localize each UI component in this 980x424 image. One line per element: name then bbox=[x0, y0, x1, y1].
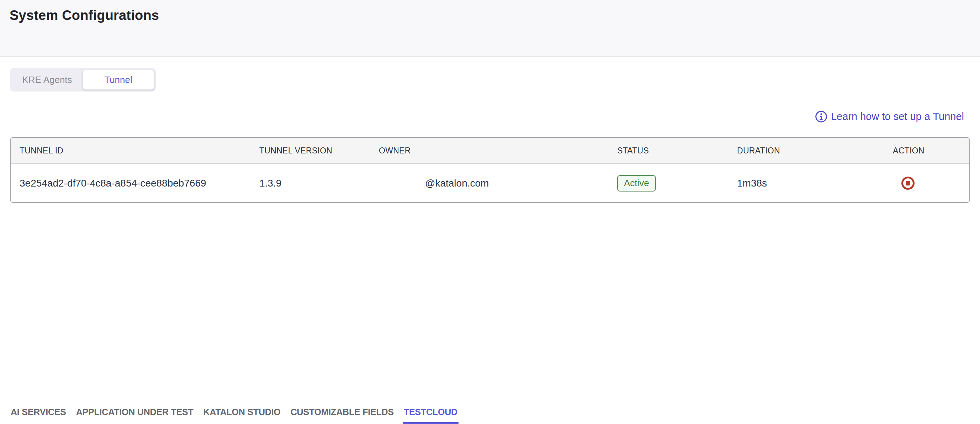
tunnel-table: TUNNEL ID TUNNEL VERSION OWNER STATUS DU… bbox=[10, 137, 970, 203]
tunnel-version-value: 1.3.9 bbox=[250, 164, 370, 202]
stop-tunnel-button[interactable] bbox=[901, 177, 915, 190]
tab-application-under-test[interactable]: APPLICATION UNDER TEST bbox=[75, 407, 194, 424]
learn-tunnel-link[interactable]: Learn how to set up a Tunnel bbox=[815, 110, 964, 123]
tunnel-table-header: TUNNEL ID TUNNEL VERSION OWNER STATUS DU… bbox=[11, 138, 969, 164]
stop-icon bbox=[906, 181, 910, 185]
tab-testcloud[interactable]: TESTCLOUD bbox=[402, 407, 458, 424]
status-cell: Active bbox=[608, 164, 728, 202]
header-tunnel-id: TUNNEL ID bbox=[11, 138, 250, 163]
status-badge: Active bbox=[617, 175, 656, 191]
header-tunnel-version: TUNNEL VERSION bbox=[250, 138, 370, 163]
tunnel-id-value: 3e254ad2-df70-4c8a-a854-cee88beb7669 bbox=[11, 164, 250, 202]
tunnel-table-row: 3e254ad2-df70-4c8a-a854-cee88beb7669 1.3… bbox=[11, 164, 969, 202]
owner-value: @katalon.com bbox=[370, 164, 608, 202]
header-duration: DURATION bbox=[728, 138, 884, 163]
testcloud-view-switcher: KRE Agents Tunnel bbox=[10, 68, 156, 91]
segment-tunnel[interactable]: Tunnel bbox=[83, 70, 154, 90]
page-title: System Configurations bbox=[10, 8, 159, 23]
header-action: ACTION bbox=[884, 138, 969, 163]
tab-katalon-studio[interactable]: KATALON STUDIO bbox=[202, 407, 282, 424]
tab-customizable-fields[interactable]: CUSTOMIZABLE FIELDS bbox=[290, 407, 395, 424]
settings-tab-bar: AI SERVICES APPLICATION UNDER TEST KATAL… bbox=[10, 407, 458, 424]
tab-bar-divider bbox=[0, 57, 980, 57]
segment-kre-agents[interactable]: KRE Agents bbox=[12, 70, 83, 90]
header-status: STATUS bbox=[608, 138, 728, 163]
info-circle-icon bbox=[815, 110, 827, 123]
header-owner: OWNER bbox=[370, 138, 608, 163]
tab-ai-services[interactable]: AI SERVICES bbox=[10, 407, 67, 424]
duration-value: 1m38s bbox=[728, 164, 884, 202]
action-cell bbox=[884, 164, 969, 202]
learn-tunnel-link-label: Learn how to set up a Tunnel bbox=[831, 111, 964, 123]
